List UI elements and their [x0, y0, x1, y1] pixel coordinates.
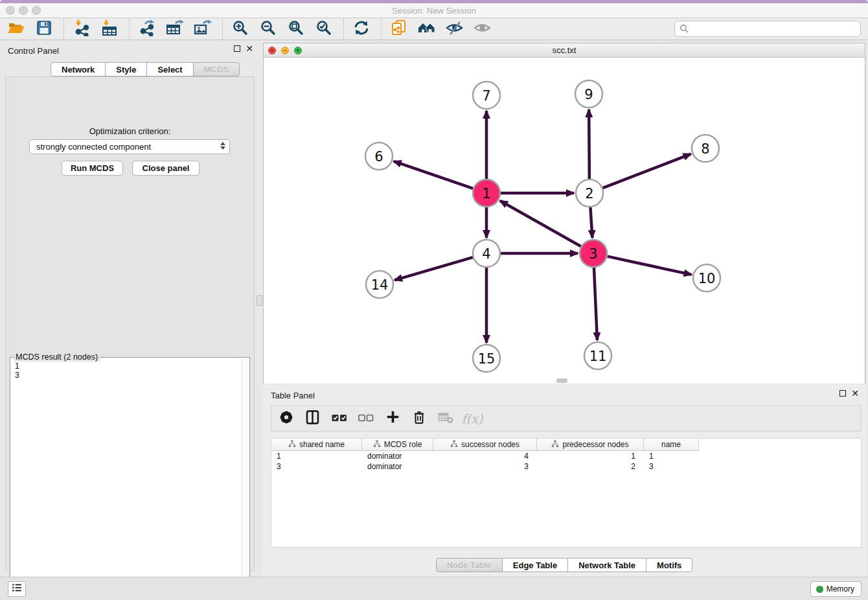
edge-2-8[interactable] [603, 154, 691, 188]
edge-2-3[interactable] [590, 207, 592, 238]
task-history-button[interactable] [8, 581, 26, 597]
network-window-titlebar[interactable]: ✕ − + scc.txt [264, 43, 865, 58]
close-table-panel-icon[interactable]: ✕ [851, 390, 859, 397]
table-cell[interactable]: 1 [537, 451, 644, 461]
export-table-button[interactable] [165, 19, 185, 39]
tab-motifs[interactable]: Motifs [646, 558, 692, 572]
graph-node-6[interactable]: 6 [365, 143, 393, 170]
import-table-button[interactable] [100, 19, 119, 39]
tab-select[interactable]: Select [146, 62, 193, 76]
table-cell[interactable]: dominator [362, 451, 433, 461]
export-network-icon [139, 19, 155, 39]
graph-node-7[interactable]: 7 [473, 82, 500, 109]
node-label: 3 [589, 246, 597, 262]
hierarchy-icon [450, 440, 458, 450]
edge-3-11[interactable] [594, 268, 597, 340]
panel-divider-grip[interactable] [257, 295, 262, 306]
table-panel: Table Panel ✕ f(x) shared [263, 385, 865, 577]
table-cell[interactable]: 3 [271, 461, 362, 472]
zoom-out-button[interactable] [258, 19, 278, 39]
apply-preferred-layout-button[interactable] [352, 19, 371, 39]
column-header-MCDS-role[interactable]: MCDS role [362, 439, 433, 451]
table-cell[interactable]: dominator [362, 461, 433, 472]
table-cell[interactable]: 3 [644, 461, 699, 472]
column-header-successor-nodes[interactable]: successor nodes [433, 439, 537, 451]
edge-2-9[interactable] [589, 110, 589, 179]
tab-node-table[interactable]: Node Table [436, 558, 503, 572]
edge-1-6[interactable] [394, 161, 473, 189]
memory-button[interactable]: Memory [810, 581, 862, 597]
show-columns-button[interactable] [304, 410, 321, 427]
clone-network-button[interactable] [389, 19, 409, 39]
table-cell[interactable]: 3 [433, 461, 537, 472]
column-header-label: successor nodes [461, 440, 520, 449]
function-builder-button[interactable]: f(x) [464, 410, 481, 427]
tab-network[interactable]: Network [51, 62, 106, 76]
float-panel-icon[interactable] [234, 45, 240, 52]
list-icon [11, 582, 23, 596]
show-all-button[interactable] [473, 19, 492, 39]
export-table-icon [166, 19, 184, 39]
result-scrollbar[interactable] [242, 358, 249, 600]
network-canvas[interactable]: 7968124314101511 [264, 58, 865, 384]
delete-columns-button[interactable] [411, 410, 428, 427]
graph-node-10[interactable]: 10 [693, 264, 720, 292]
save-session-button[interactable] [34, 19, 54, 39]
tab-style[interactable]: Style [105, 62, 147, 76]
open-session-button[interactable] [6, 19, 26, 39]
mcds-result-text[interactable]: 1 3 [10, 359, 240, 600]
graph-node-2[interactable]: 2 [576, 179, 603, 207]
import-network-button[interactable] [72, 19, 91, 39]
close-panel-icon[interactable]: ✕ [246, 45, 253, 52]
export-image-button[interactable] [193, 19, 212, 39]
edge-3-1[interactable] [500, 201, 581, 246]
run-mcds-button[interactable]: Run MCDS [62, 161, 123, 176]
table-cell[interactable]: 4 [433, 451, 537, 461]
column-header-predecessor-nodes[interactable]: predecessor nodes [537, 439, 644, 451]
graph-node-1[interactable]: 1 [473, 179, 500, 207]
tab-network-table[interactable]: Network Table [567, 558, 646, 572]
graph-node-11[interactable]: 11 [584, 342, 611, 369]
table-cell[interactable]: 1 [644, 451, 699, 461]
export-network-button[interactable] [137, 19, 157, 39]
titlebar[interactable]: Session: New Session [0, 3, 868, 18]
hide-selected-button[interactable] [445, 19, 464, 39]
table-cell[interactable]: 1 [271, 451, 362, 461]
zoom-selected-button[interactable] [314, 19, 334, 39]
table-row[interactable]: 3dominator323 [271, 461, 861, 472]
canvas-scrollbar-thumb[interactable] [556, 378, 567, 383]
node-label: 14 [371, 277, 389, 293]
graph-node-3[interactable]: 3 [580, 240, 607, 267]
criterion-dropdown[interactable]: strongly connected component [29, 139, 230, 154]
float-table-panel-icon[interactable] [839, 390, 846, 397]
table-body: 1dominator4113dominator323 [271, 451, 861, 472]
close-panel-button[interactable]: Close panel [132, 161, 200, 176]
search-input[interactable] [674, 21, 861, 37]
delete-table-button[interactable] [437, 410, 454, 427]
graph-node-9[interactable]: 9 [575, 80, 602, 108]
zoom-in-button[interactable] [231, 19, 250, 39]
memory-button-label: Memory [827, 584, 854, 594]
hierarchy-icon [373, 440, 381, 450]
node-label: 4 [482, 246, 490, 262]
tab-mcds[interactable]: MCDS [193, 62, 240, 76]
column-header-name[interactable]: name [644, 439, 699, 451]
graph-node-8[interactable]: 8 [692, 135, 719, 162]
edge-4-14[interactable] [394, 257, 473, 280]
tab-edge-table[interactable]: Edge Table [502, 558, 568, 572]
zoom-fit-button[interactable] [286, 19, 306, 39]
mcds-panel-body: Optimization criterion: strongly connect… [5, 76, 255, 571]
table-row[interactable]: 1dominator411 [271, 451, 861, 461]
graph-node-14[interactable]: 14 [366, 271, 393, 298]
create-column-button[interactable] [384, 410, 401, 427]
column-header-shared-name[interactable]: shared name [271, 439, 362, 451]
table-options-button[interactable] [278, 410, 295, 427]
graph-node-4[interactable]: 4 [473, 240, 500, 267]
select-all-checkboxes-button[interactable] [331, 410, 348, 427]
graph-node-15[interactable]: 15 [473, 345, 500, 372]
table-cell[interactable]: 2 [537, 461, 644, 472]
edge-3-10[interactable] [607, 257, 691, 275]
reset-view-button[interactable] [417, 19, 437, 39]
toolbar-separator [129, 19, 130, 40]
unselect-all-checkboxes-button[interactable] [358, 410, 374, 427]
